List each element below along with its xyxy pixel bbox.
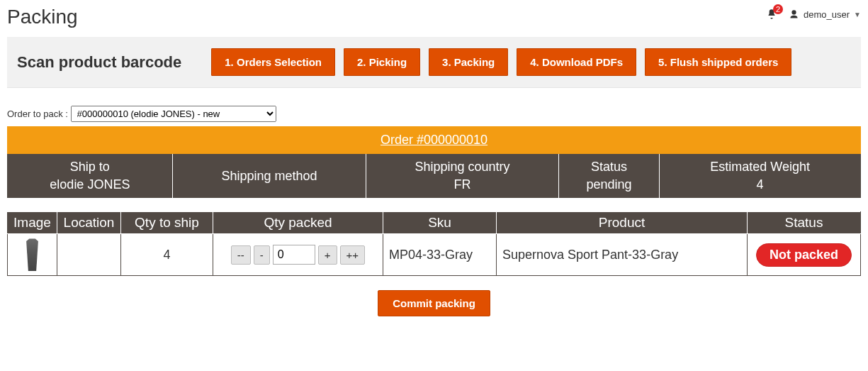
table-row: 4 -- - + ++ MP04-33-Gray Supernova Sport… (8, 234, 861, 276)
user-icon (789, 9, 799, 20)
order-link[interactable]: Order #000000010 (381, 133, 487, 147)
step-picking-button[interactable]: 2. Picking (344, 48, 420, 76)
action-bar: Scan product barcode 1. Orders Selection… (7, 37, 861, 88)
qty-increment-2-button[interactable]: ++ (340, 245, 366, 265)
order-to-pack-select[interactable]: #000000010 (elodie JONES) - new (71, 106, 276, 122)
items-table: Image Location Qty to ship Qty packed Sk… (7, 211, 861, 276)
col-product: Product (497, 212, 748, 234)
product-thumbnail (23, 238, 43, 271)
cell-sku: MP04-33-Gray (383, 234, 497, 276)
step-flush-orders-button[interactable]: 5. Flush shipped orders (645, 48, 791, 76)
notifications-badge: 2 (773, 4, 783, 14)
qty-increment-1-button[interactable]: + (318, 245, 337, 265)
step-orders-selection-button[interactable]: 1. Orders Selection (211, 48, 335, 76)
user-menu[interactable]: demo_user ▼ (789, 9, 861, 20)
qty-decrement-2-button[interactable]: -- (231, 245, 251, 265)
cell-location (57, 234, 121, 276)
cell-product: Supernova Sport Pant-33-Gray (497, 234, 748, 276)
cell-qty-packed: -- - + ++ (213, 234, 383, 276)
user-name: demo_user (804, 9, 850, 20)
chevron-down-icon: ▼ (854, 11, 861, 18)
cell-qty-to-ship: 4 (121, 234, 213, 276)
notifications-button[interactable]: 2 (766, 9, 777, 20)
col-qty-packed: Qty packed (213, 212, 383, 234)
cell-status: Not packed (748, 234, 861, 276)
order-summary-table: Order #000000010 Ship to elodie JONES Sh… (7, 126, 861, 199)
order-to-pack-label: Order to pack : (7, 109, 68, 119)
col-status: Status (748, 212, 861, 234)
col-location: Location (57, 212, 121, 234)
summary-estimated-weight: Estimated Weight 4 (660, 154, 861, 199)
cell-image (8, 234, 57, 276)
summary-ship-to: Ship to elodie JONES (8, 154, 173, 199)
summary-shipping-method: Shipping method (172, 154, 366, 199)
col-qty-to-ship: Qty to ship (121, 212, 213, 234)
page-title: Packing (7, 6, 78, 28)
step-packing-button[interactable]: 3. Packing (429, 48, 508, 76)
qty-decrement-1-button[interactable]: - (254, 245, 270, 265)
qty-packed-input[interactable] (273, 245, 315, 265)
scan-barcode-label: Scan product barcode (17, 53, 181, 72)
summary-status: Status pending (558, 154, 659, 199)
commit-packing-button[interactable]: Commit packing (378, 290, 490, 316)
col-sku: Sku (383, 212, 497, 234)
col-image: Image (8, 212, 57, 234)
summary-shipping-country: Shipping country FR (366, 154, 559, 199)
status-badge: Not packed (756, 243, 852, 267)
step-download-pdfs-button[interactable]: 4. Download PDFs (517, 48, 636, 76)
